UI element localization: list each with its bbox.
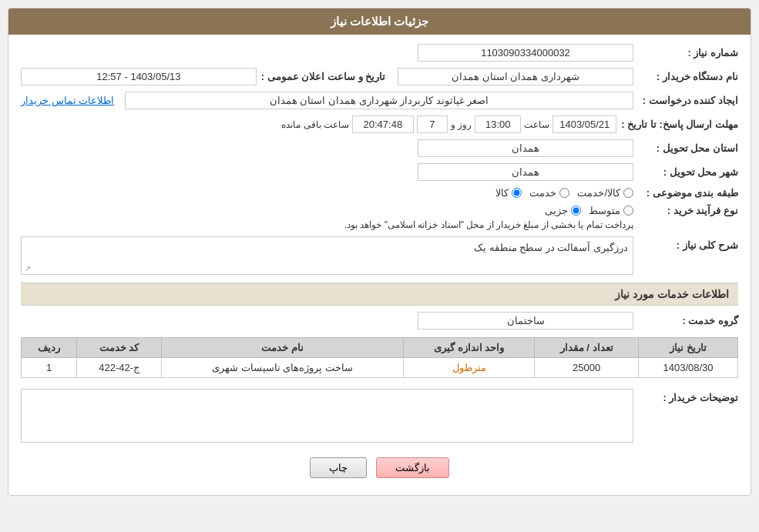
response-days-label: روز و — [451, 119, 472, 130]
category-khedmat-option[interactable]: خدمت — [529, 187, 569, 199]
category-kala-khedmat-label: کالا/خدمت — [577, 187, 620, 199]
page-title: جزئیات اطلاعات نیاز — [8, 8, 751, 35]
col-row-num: ردیف — [22, 338, 77, 358]
response-days: 7 — [417, 115, 448, 133]
purchase-motavasset-option[interactable]: متوسط — [589, 205, 633, 216]
response-time: 13:00 — [475, 115, 521, 133]
buyer-org-value: شهرداری همدان استان همدان — [398, 68, 633, 85]
buyer-org-label: نام دستگاه خریدار : — [638, 71, 738, 82]
created-by-label: ایجاد کننده درخواست : — [638, 95, 738, 106]
general-desc-box: درزگیری آسفالت در سطح منطقه یک ↗ — [21, 236, 633, 275]
print-button[interactable]: چاپ — [310, 457, 367, 478]
response-remaining: 20:47:48 — [352, 115, 414, 133]
category-label: طبقه بندی موضوعی : — [638, 187, 738, 199]
purchase-jozii-label: جزیی — [545, 205, 568, 216]
buyer-description-textarea[interactable] — [21, 389, 633, 443]
buyer-description-label: توضیحات خریدار : — [638, 389, 738, 403]
cell-quantity: 25000 — [535, 358, 639, 378]
cell-service-code: ج-42-422 — [77, 358, 162, 378]
tender-number-value: 1103090334000032 — [418, 44, 633, 62]
services-section-title: اطلاعات خدمات مورد نیاز — [21, 283, 738, 306]
cell-unit: مترطول — [404, 358, 535, 378]
purchase-motavasset-label: متوسط — [589, 205, 620, 216]
response-date: 1403/05/21 — [552, 115, 616, 133]
cell-date: 1403/08/30 — [639, 358, 738, 378]
response-deadline-label: مهلت ارسال پاسخ: تا تاریخ : — [621, 119, 738, 130]
created-by-value: اصغر غیاثوند کاربرداز شهرداری همدان استا… — [125, 92, 633, 109]
col-date: تاریخ نیاز — [639, 338, 738, 358]
contact-link[interactable]: اطلاعات تماس خریدار — [21, 95, 114, 106]
city-value: همدان — [418, 163, 633, 181]
city-label: شهر محل تحویل : — [638, 166, 738, 178]
category-kala-khedmat-option[interactable]: کالا/خدمت — [577, 187, 633, 199]
back-button[interactable]: بازگشت — [376, 457, 449, 478]
announcement-value: 1403/05/13 - 12:57 — [21, 68, 257, 85]
announcement-label: تاریخ و ساعت اعلان عمومی : — [261, 71, 385, 82]
services-table: تاریخ نیاز تعداد / مقدار واحد اندازه گیر… — [21, 337, 738, 378]
cell-service-name: ساخت پروژه‌های تاسیسات شهری — [162, 358, 404, 378]
category-kala-label: کالا — [495, 187, 509, 199]
col-service-code: کد خدمت — [77, 338, 162, 358]
purchase-type-label: نوع فرآیند خرید : — [638, 205, 738, 216]
cell-row-num: 1 — [22, 358, 77, 378]
table-row: 1403/08/30 25000 مترطول ساخت پروژه‌های ت… — [22, 358, 738, 378]
service-group-label: گروه خدمت : — [638, 315, 738, 326]
service-group-value: ساختمان — [418, 312, 633, 330]
category-kala-option[interactable]: کالا — [495, 187, 522, 199]
purchase-note: پرداخت تمام یا بخشی از مبلغ خریدار از مح… — [21, 219, 633, 230]
response-time-label: ساعت — [524, 119, 549, 130]
province-label: استان محل تحویل : — [638, 142, 738, 154]
general-desc-label-2: شرح کلی نیاز : — [638, 236, 738, 251]
col-unit: واحد اندازه گیری — [404, 338, 535, 358]
col-service-name: نام خدمت — [162, 338, 404, 358]
response-remaining-label: ساعت باقی مانده — [281, 119, 349, 130]
province-value: همدان — [418, 139, 633, 157]
tender-number-label: شماره نیاز : — [638, 47, 738, 59]
category-khedmat-label: خدمت — [529, 187, 556, 199]
purchase-jozii-option[interactable]: جزیی — [545, 205, 581, 216]
col-quantity: تعداد / مقدار — [535, 338, 639, 358]
